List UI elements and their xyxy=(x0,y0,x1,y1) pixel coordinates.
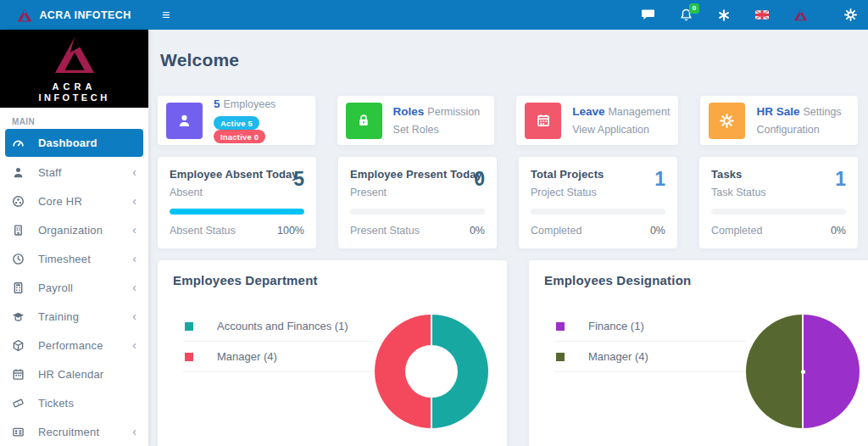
organization-icon xyxy=(12,224,31,237)
employees-stat-card[interactable]: 5Employees Active 5Inactive 0 xyxy=(158,96,315,145)
absent-count: 5 xyxy=(293,168,304,191)
sidebar-item-recruitment[interactable]: Recruitment xyxy=(0,417,148,446)
acra-logo-icon xyxy=(53,36,97,78)
projects-progress-bar xyxy=(531,209,665,215)
hr-calendar-icon xyxy=(12,368,31,381)
tickets-icon xyxy=(12,397,31,410)
logo-text-bottom: INFOTECH xyxy=(38,92,109,103)
present-count: 0 xyxy=(474,168,485,191)
chevron-left-icon xyxy=(132,253,136,265)
legend-swatch xyxy=(185,353,193,361)
roles-stat-card[interactable]: RolesPermission Set Roles xyxy=(337,96,495,145)
leave-stat-card[interactable]: LeaveManagement View Application xyxy=(516,96,678,145)
active-badge: Active 5 xyxy=(214,116,259,130)
configuration-link[interactable]: Configuration xyxy=(756,124,841,136)
calendar-icon xyxy=(525,103,561,139)
employees-label: Employees xyxy=(224,98,276,110)
legend-item[interactable]: Manager (4) xyxy=(183,342,375,372)
menu-section-label: MAIN xyxy=(12,117,148,126)
language-flag-icon[interactable] xyxy=(754,8,770,23)
tasks-count: 1 xyxy=(835,168,846,191)
legend-item[interactable]: Finance (1) xyxy=(554,311,746,342)
brand-title: ACRA INFOTECH xyxy=(39,9,131,21)
projects-count: 1 xyxy=(654,168,665,191)
chevron-left-icon xyxy=(132,282,136,293)
dashboard-icon xyxy=(12,137,31,149)
present-today-card: Employee Present Today Present 0 Present… xyxy=(338,157,497,248)
chevron-left-icon xyxy=(132,339,136,351)
present-progress-bar xyxy=(350,209,485,215)
training-icon xyxy=(12,310,31,323)
sidebar-item-hr-calendar[interactable]: HR Calendar xyxy=(0,360,148,388)
recruitment-icon xyxy=(12,426,31,438)
tasks-progress-bar xyxy=(711,209,846,215)
main-content: Welcome 5Employees Active 5Inactive 0 xyxy=(148,30,868,446)
sidebar-item-tickets[interactable]: Tickets xyxy=(0,388,148,417)
legend-item[interactable]: Manager (4) xyxy=(554,342,746,372)
chevron-left-icon xyxy=(132,426,136,438)
chevron-left-icon xyxy=(132,310,136,322)
progress-cards-row: Employee Absent Today Absent 5 Absent St… xyxy=(158,157,858,248)
roles-title: Roles xyxy=(393,105,425,118)
view-application-link[interactable]: View Application xyxy=(572,124,670,136)
leave-title: Leave xyxy=(572,105,604,118)
legend-swatch xyxy=(185,322,193,331)
timesheet-icon xyxy=(12,253,31,265)
performance-icon xyxy=(12,339,31,352)
apps-asterisk-icon[interactable] xyxy=(716,8,732,23)
absent-today-card: Employee Absent Today Absent 5 Absent St… xyxy=(158,157,316,248)
legend-swatch xyxy=(556,322,565,331)
sidebar-item-payroll[interactable]: Payroll xyxy=(0,273,148,302)
gear-icon xyxy=(709,103,745,139)
page-title: Welcome xyxy=(160,50,858,70)
employees-count: 5 xyxy=(214,98,220,110)
set-roles-link[interactable]: Set Roles xyxy=(393,124,481,136)
legend-swatch xyxy=(556,353,565,361)
lock-icon xyxy=(346,103,382,139)
chevron-left-icon xyxy=(132,224,136,236)
stat-cards-row: 5Employees Active 5Inactive 0 RolesPermi… xyxy=(158,96,858,145)
sidebar: ACRA INFOTECH MAIN Dashboard Staff Core … xyxy=(0,30,148,446)
settings-gear-icon[interactable] xyxy=(843,8,858,23)
staff-icon xyxy=(12,166,31,179)
core-hr-icon xyxy=(12,195,31,208)
sidebar-item-staff[interactable]: Staff xyxy=(0,158,148,187)
designation-pie-chart[interactable] xyxy=(746,315,860,428)
sidebar-logo: ACRA INFOTECH xyxy=(0,30,148,108)
sidebar-item-core-hr[interactable]: Core HR xyxy=(0,187,148,215)
legend-item[interactable]: Accounts and Finances (1) xyxy=(183,311,375,342)
user-icon xyxy=(166,103,203,139)
chat-icon[interactable] xyxy=(640,8,655,23)
designation-legend: Finance (1) Manager (4) xyxy=(544,311,746,428)
chevron-left-icon xyxy=(132,166,136,178)
sidebar-item-timesheet[interactable]: Timesheet xyxy=(0,244,148,273)
employees-department-chart-card: Employees Department Accounts and Financ… xyxy=(158,260,507,446)
menu-toggle-icon[interactable]: ≡ xyxy=(162,8,170,22)
hr-sale-title: HR Sale xyxy=(756,105,799,118)
sidebar-item-dashboard[interactable]: Dashboard xyxy=(5,129,143,157)
notification-count-badge: 0 xyxy=(689,3,699,14)
total-projects-card: Total Projects Project Status 1 Complete… xyxy=(519,157,677,248)
acra-logo-icon[interactable] xyxy=(793,8,808,23)
department-legend: Accounts and Finances (1) Manager (4) xyxy=(173,311,375,428)
brand[interactable]: ACRA INFOTECH xyxy=(0,8,148,23)
payroll-icon xyxy=(12,282,31,294)
charts-row: Employees Department Accounts and Financ… xyxy=(158,260,858,446)
topbar-icons: 0 xyxy=(640,8,858,23)
chevron-left-icon xyxy=(132,195,136,207)
logo-text-top: ACRA xyxy=(53,81,97,92)
notifications-bell-icon[interactable]: 0 xyxy=(678,8,693,23)
employees-designation-chart-card: Employees Designation Finance (1) Manage… xyxy=(529,260,868,446)
brand-logo-icon xyxy=(17,8,32,23)
inactive-badge: Inactive 0 xyxy=(214,130,265,143)
sidebar-menu: Dashboard Staff Core HR Organization Tim… xyxy=(0,129,148,446)
absent-progress-bar xyxy=(170,209,304,215)
sidebar-item-organization[interactable]: Organization xyxy=(0,215,148,244)
sidebar-item-performance[interactable]: Performance xyxy=(0,331,148,360)
tasks-card: Tasks Task Status 1 Completed0% xyxy=(699,157,858,248)
department-donut-chart[interactable] xyxy=(375,315,488,428)
topbar: ACRA INFOTECH ≡ 0 xyxy=(0,0,868,30)
sidebar-item-training[interactable]: Training xyxy=(0,302,148,331)
hr-sale-stat-card[interactable]: HR SaleSettings Configuration xyxy=(700,96,858,145)
